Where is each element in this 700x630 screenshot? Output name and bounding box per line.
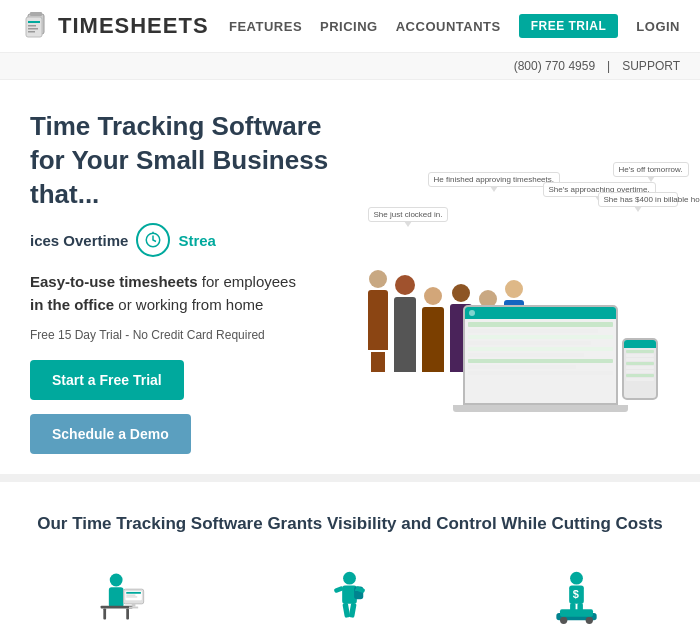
svg-rect-6 xyxy=(28,21,40,23)
hero-desc-span1: for employees xyxy=(198,273,296,290)
svg-point-12 xyxy=(110,573,123,586)
svg-rect-19 xyxy=(126,592,141,594)
features-title: Our Time Tracking Software Grants Visibi… xyxy=(20,512,680,536)
person-1 xyxy=(368,270,388,372)
callout-1: She just clocked in. xyxy=(368,207,449,222)
start-trial-button[interactable]: Start a Free Trial xyxy=(30,360,184,400)
person-2 xyxy=(394,275,416,372)
main-nav: FEATURES PRICING ACCOUNTANTS FREE TRIAL … xyxy=(229,14,680,38)
svg-point-39 xyxy=(586,616,593,623)
nav-pricing[interactable]: PRICING xyxy=(320,19,378,34)
svg-rect-1 xyxy=(30,12,42,16)
hero-desc-strong1: Easy-to-use timesheets xyxy=(30,273,198,290)
hero-title: Time Tracking Software for Your Small Bu… xyxy=(30,110,355,211)
hero-description: Easy-to-use timesheets for employees in … xyxy=(30,271,355,316)
hero-section: Time Tracking Software for Your Small Bu… xyxy=(0,80,700,474)
nav-login[interactable]: LOGIN xyxy=(636,19,680,34)
svg-rect-22 xyxy=(132,604,136,607)
callout-4: He's off tomorrow. xyxy=(613,162,689,177)
support-link[interactable]: SUPPORT xyxy=(622,59,680,73)
svg-point-32 xyxy=(570,571,583,584)
time-tracking-icon xyxy=(93,566,153,626)
section-divider xyxy=(0,474,700,482)
svg-rect-21 xyxy=(126,596,137,597)
hero-desc-span2: or working from home xyxy=(114,296,263,313)
svg-rect-15 xyxy=(103,608,106,619)
timeoff-icon xyxy=(320,566,380,626)
timeoff-svg xyxy=(322,569,377,624)
svg-rect-23 xyxy=(129,606,138,608)
svg-rect-29 xyxy=(349,602,357,617)
nav-accountants[interactable]: ACCOUNTANTS xyxy=(396,19,501,34)
nav-free-trial-button[interactable]: FREE TRIAL xyxy=(519,14,619,38)
callout-5: She has $400 in billable hours today. xyxy=(598,192,678,207)
svg-rect-20 xyxy=(126,594,135,595)
hero-desc-strong2: in the office xyxy=(30,296,114,313)
mileage-icon: $ xyxy=(547,566,607,626)
schedule-demo-button[interactable]: Schedule a Demo xyxy=(30,414,191,454)
time-tracking-svg xyxy=(96,569,151,624)
callout-2: He finished approving timesheets. xyxy=(428,172,561,187)
svg-point-38 xyxy=(560,616,567,623)
ticker-bar: ices Overtime Strea xyxy=(30,223,355,257)
hero-right: She just clocked in. He finished approvi… xyxy=(355,142,680,422)
hero-buttons: Start a Free Trial Schedule a Demo xyxy=(30,360,355,454)
ticker-right: Strea xyxy=(178,232,216,249)
phone-number[interactable]: (800) 770 4959 xyxy=(514,59,595,73)
logo-text: Timesheets xyxy=(58,13,209,39)
svg-rect-16 xyxy=(126,608,129,619)
logo[interactable]: Timesheets xyxy=(20,10,209,42)
svg-rect-14 xyxy=(100,605,132,608)
svg-text:$: $ xyxy=(573,588,579,600)
trial-text: Free 15 Day Trial - No Credit Card Requi… xyxy=(30,328,355,342)
svg-rect-8 xyxy=(28,28,38,30)
feature-card-mileage: $ Mileage & Expense Centralize mileage a… xyxy=(477,566,677,630)
svg-rect-5 xyxy=(26,17,42,37)
laptop-mockup xyxy=(463,305,628,412)
hero-image-area: She just clocked in. He finished approvi… xyxy=(358,152,678,412)
ticker-clock-icon xyxy=(136,223,170,257)
features-section: Our Time Tracking Software Grants Visibi… xyxy=(0,482,700,630)
hero-left: Time Tracking Software for Your Small Bu… xyxy=(30,110,355,454)
ticker-label: ices Overtime xyxy=(30,232,128,249)
svg-point-24 xyxy=(344,571,357,584)
svg-rect-7 xyxy=(28,25,36,27)
header-secondary: (800) 770 4959 | SUPPORT xyxy=(0,53,700,80)
person-3 xyxy=(422,287,444,372)
svg-rect-9 xyxy=(28,31,35,33)
phone-mockup xyxy=(622,338,658,400)
pipe-divider: | xyxy=(607,59,610,73)
feature-card-time-tracking: Time Tracking You'll love our time track… xyxy=(23,566,223,630)
features-grid: Time Tracking You'll love our time track… xyxy=(20,566,680,630)
mileage-svg: $ xyxy=(549,569,604,624)
feature-card-timeoff: Time Off and PTO Our leave management sy… xyxy=(250,566,450,630)
svg-rect-13 xyxy=(109,587,124,607)
header: Timesheets FEATURES PRICING ACCOUNTANTS … xyxy=(0,0,700,53)
svg-rect-40 xyxy=(560,609,593,616)
nav-features[interactable]: FEATURES xyxy=(229,19,302,34)
logo-icon xyxy=(20,10,52,42)
